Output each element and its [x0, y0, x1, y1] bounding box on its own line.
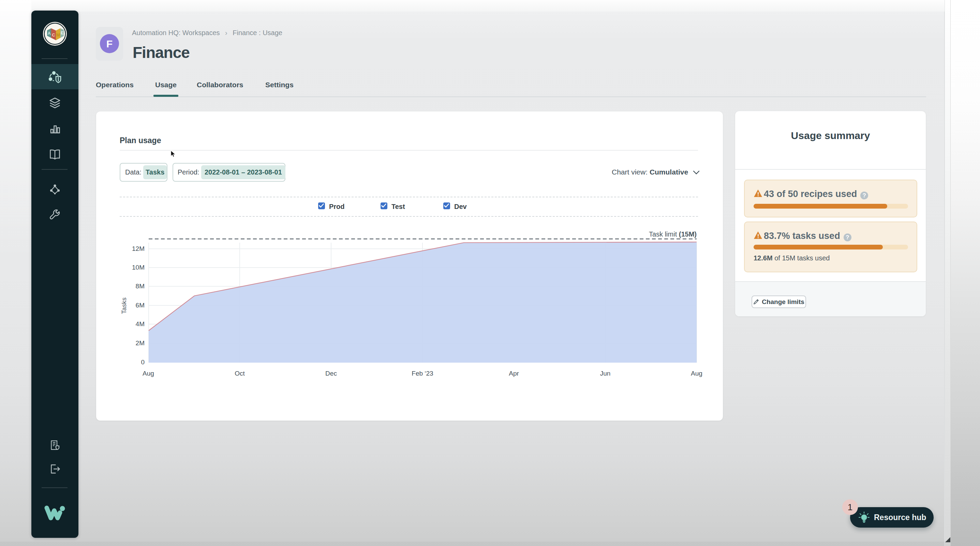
svg-text:A: A [48, 31, 51, 36]
svg-text:C: C [52, 32, 55, 38]
svg-text:M: M [56, 32, 60, 38]
svg-text:E: E [61, 31, 64, 35]
